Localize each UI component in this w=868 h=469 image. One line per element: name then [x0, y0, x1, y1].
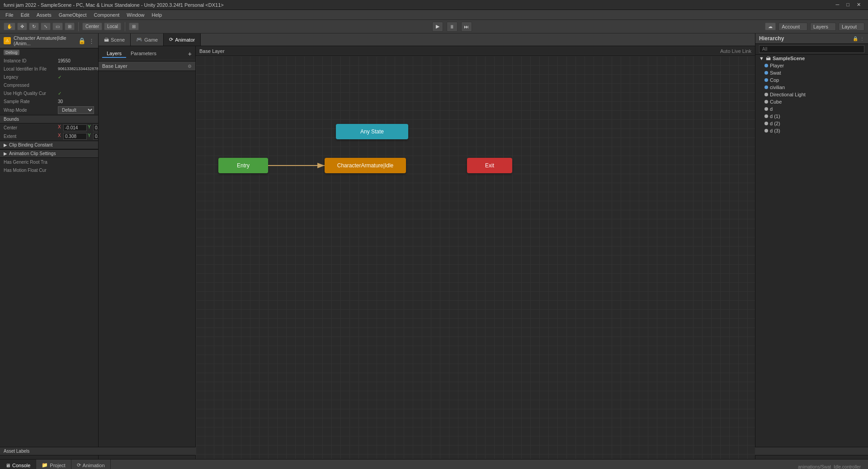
play-button[interactable]: ▶ [432, 22, 443, 32]
menu-help[interactable]: Help [148, 11, 165, 19]
wrap-mode-select[interactable]: Default [58, 106, 94, 114]
swat-label: Swat [770, 70, 781, 76]
menu-window[interactable]: Window [123, 11, 148, 19]
tool-rect[interactable]: ▭ [52, 23, 63, 30]
legacy-label: Legacy [4, 75, 58, 80]
breadcrumb: Base Layer [199, 48, 225, 54]
menu-file[interactable]: File [2, 11, 17, 19]
hierarchy-item-d3[interactable]: d (3) [755, 127, 868, 134]
tab-project[interactable]: 📁 Project [36, 460, 71, 469]
entry-state-node[interactable]: Entry [218, 158, 268, 173]
hierarchy-title: Hierarchy [759, 35, 784, 42]
clip-binding-section[interactable]: ▶ Clip Binding Constant [0, 141, 98, 149]
grid-btn[interactable]: ⊞ [129, 23, 139, 30]
scene-tab-icon: 🏔 [104, 37, 109, 43]
hierarchy-more-btn[interactable]: ⋮ [860, 36, 864, 41]
hierarchy-item-d[interactable]: d [755, 105, 868, 113]
d-dot [764, 107, 768, 111]
tool-scale[interactable]: ⤡ [41, 23, 51, 30]
animator-tabs: 🏔 Scene 🎮 Game ⟳ Animator [99, 33, 755, 46]
any-state-node[interactable]: Any State [336, 124, 408, 139]
base-layer-item[interactable]: Base Layer ⚙ [99, 61, 195, 71]
minimize-btn[interactable]: ─ [836, 2, 840, 8]
sample-rate-label: Sample Rate [4, 99, 58, 104]
inspector-panel: ⚠ Character Armature|Idle (Anim... 🔒 ⋮ D… [0, 33, 99, 459]
hierarchy-item-d2[interactable]: d (2) [755, 120, 868, 127]
bottom-area: 🖥 Console 📁 Project ⟳ Animation animatio… [0, 459, 868, 469]
compressed-label: Compressed [4, 83, 58, 88]
menu-gameobject[interactable]: GameObject [55, 11, 90, 19]
inspector-header: ⚠ Character Armature|Idle (Anim... 🔒 ⋮ [0, 33, 98, 48]
pivot-mode-btn[interactable]: Center [82, 23, 102, 30]
asset-labels-label: Asset Labels [4, 449, 29, 454]
tab-animator[interactable]: ⟳ Animator [164, 33, 201, 46]
menu-component[interactable]: Component [90, 11, 123, 19]
swat-dot [764, 71, 768, 75]
samplescene-label: SampleScene [773, 56, 805, 61]
hierarchy-panel: Hierarchy 🔒 ⋮ ▼ 🏔 SampleScene Player Swa… [755, 33, 868, 459]
extent-xyz: X 0.308 Y 0.9084 Z 0.3183 [58, 133, 99, 140]
hierarchy-item-civilian[interactable]: civilian [755, 84, 868, 91]
asset-labels-section[interactable]: Asset Labels [0, 447, 99, 455]
toolbar-separator-1 [78, 22, 79, 31]
hierarchy-lock-btn[interactable]: 🔒 [853, 36, 858, 41]
wrap-mode-label: Wrap Mode [4, 108, 58, 113]
tab-console[interactable]: 🖥 Console [0, 460, 36, 469]
tab-animation[interactable]: ⟳ Animation [71, 460, 111, 469]
layers-dropdown[interactable]: Layers [810, 23, 836, 31]
scene-tab-label: Scene [111, 37, 125, 43]
tool-multi[interactable]: ⊞ [65, 23, 75, 30]
hierarchy-item-d1[interactable]: d (1) [755, 113, 868, 120]
tool-move[interactable]: ✥ [17, 23, 27, 30]
pivot-space-btn[interactable]: Local [104, 23, 121, 30]
clip-binding-expand: ▶ [4, 142, 7, 147]
tab-game[interactable]: 🎮 Game [131, 33, 164, 46]
player-label: Player [770, 63, 784, 68]
console-tab-label: Console [12, 463, 30, 468]
extent-label: Extent [4, 134, 58, 139]
d3-label: d (3) [770, 128, 780, 133]
bounds-section[interactable]: Bounds [0, 115, 98, 123]
layers-panel-header: Layers Parameters + [99, 48, 195, 60]
x-label: X [58, 124, 62, 131]
layer-settings-icon[interactable]: ⚙ [188, 64, 192, 69]
tab-scene[interactable]: 🏔 Scene [99, 33, 131, 46]
hierarchy-search-input[interactable] [759, 45, 864, 53]
hierarchy-item-swat[interactable]: Swat [755, 69, 868, 76]
inspector-more-btn[interactable]: ⋮ [89, 38, 94, 44]
animator-canvas[interactable]: Any State Entry [196, 56, 755, 459]
tool-hand[interactable]: ✋ [4, 23, 15, 30]
character-armature-node[interactable]: CharacterArmature|Idle [325, 158, 406, 173]
parameters-tab[interactable]: Parameters [126, 50, 161, 58]
close-btn[interactable]: ✕ [857, 2, 861, 8]
hierarchy-item-player[interactable]: Player [755, 62, 868, 69]
layers-sidebar: Layers Parameters + Base Layer ⚙ [99, 46, 196, 459]
d2-dot [764, 122, 768, 125]
extent-row: Extent X 0.308 Y 0.9084 Z 0.3183 [0, 132, 98, 141]
account-dropdown[interactable]: Account [778, 23, 807, 31]
civilian-dot [764, 85, 768, 89]
menu-edit[interactable]: Edit [17, 11, 33, 19]
add-layer-btn[interactable]: + [188, 50, 192, 57]
layers-tab[interactable]: Layers [102, 50, 126, 58]
hierarchy-item-cube[interactable]: Cube [755, 98, 868, 105]
y-label: Y [88, 124, 92, 131]
instance-id-row: Instance ID 19550 [0, 57, 98, 65]
hierarchy-item-directional-light[interactable]: Directional Light [755, 91, 868, 98]
maximize-btn[interactable]: □ [846, 2, 849, 8]
hierarchy-item-samplescene[interactable]: ▼ 🏔 SampleScene [755, 55, 868, 62]
exit-state-node[interactable]: Exit [467, 158, 512, 173]
player-dot [764, 64, 768, 67]
layout-dropdown[interactable]: Layout [839, 23, 864, 31]
tool-rotate[interactable]: ↻ [29, 23, 39, 30]
step-button[interactable]: ⏭ [461, 22, 472, 32]
pause-button[interactable]: ⏸ [447, 22, 458, 32]
ex-label: X [58, 133, 62, 140]
inspector-lock-btn[interactable]: 🔒 [78, 38, 86, 44]
hierarchy-item-cop[interactable]: Cop [755, 76, 868, 84]
cloud-btn[interactable]: ☁ [765, 23, 776, 30]
directional-light-label: Directional Light [770, 92, 806, 97]
anim-clip-settings-section[interactable]: ▶ Animation Clip Settings [0, 149, 98, 158]
toolbar: ✋ ✥ ↻ ⤡ ▭ ⊞ Center Local ⊞ ▶ ⏸ ⏭ ☁ Accou… [0, 20, 868, 33]
menu-assets[interactable]: Assets [33, 11, 55, 19]
